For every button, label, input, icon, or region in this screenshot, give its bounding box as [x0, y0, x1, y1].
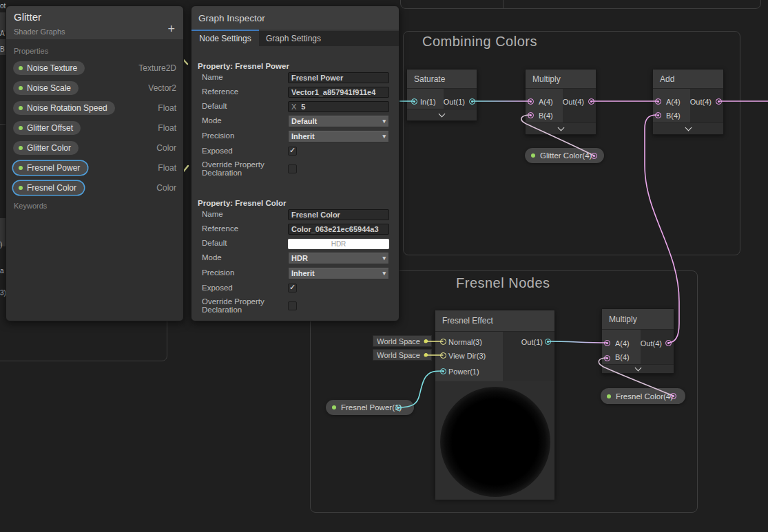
chevron-down-icon: ▾	[382, 253, 386, 264]
property-pill-noise-rotation-speed[interactable]: Noise Rotation Speed	[13, 101, 115, 115]
clipped-port-label: A	[0, 30, 5, 37]
port-fresnel-power-in[interactable]	[440, 368, 446, 374]
property-pill-fresnel-color[interactable]: Fresnel Color	[13, 181, 84, 195]
node-collapse-toggle[interactable]	[602, 364, 674, 373]
node-multiply-top[interactable]: Multiply A(4) B(4) Out(4)	[525, 69, 596, 135]
node-fresnel-effect[interactable]: Fresnel Effect Normal(3) View Dir(3) Pow…	[435, 310, 555, 499]
exposed-dot-icon	[19, 66, 23, 70]
group-title-combining-colors[interactable]: Combining Colors	[422, 34, 537, 50]
port-multiply-top-out[interactable]	[588, 98, 594, 105]
keywords-section-label: Keywords	[14, 202, 47, 210]
property-pill-glitter-color[interactable]: Glitter Color	[13, 141, 79, 155]
port-multiply-bottom-out[interactable]	[665, 340, 672, 346]
property-type-label: Texture2D	[138, 63, 176, 73]
node-title-fresnel-effect[interactable]: Fresnel Effect	[435, 310, 554, 332]
port-multiply-bottom-b[interactable]	[604, 355, 610, 361]
pill-label: Glitter Color(4)	[540, 151, 592, 160]
exposed-checkbox[interactable]	[288, 284, 297, 292]
port-fresnel-out[interactable]	[545, 339, 551, 345]
world-space-dropdown[interactable]: World Space	[373, 349, 432, 361]
blackboard-header[interactable]: Glitter Shader Graphs +	[6, 6, 183, 39]
port-saturate-in[interactable]	[411, 98, 417, 105]
row-label-override: Override Property Declaration	[202, 160, 281, 177]
precision-dropdown[interactable]: Inherit▾	[288, 131, 389, 142]
exposed-dot-icon	[19, 126, 23, 130]
port-multiply-top-b[interactable]	[528, 112, 534, 118]
chevron-down-icon: ▾	[382, 131, 386, 142]
property-pill-noise-texture[interactable]: Noise Texture	[13, 61, 85, 75]
properties-section-label: Properties	[14, 47, 48, 55]
node-title-multiply[interactable]: Multiply	[526, 70, 596, 89]
property-type-label: Float	[158, 163, 176, 173]
node-collapse-toggle[interactable]	[653, 123, 723, 134]
name-field[interactable]: Fresnel Color	[288, 209, 389, 220]
reference-field[interactable]: Vector1_a857941f911e4	[288, 87, 389, 98]
node-saturate[interactable]: Saturate In(1) Out(1)	[406, 69, 477, 121]
name-field[interactable]: Fresnel Power	[288, 72, 389, 83]
node-collapse-toggle[interactable]	[526, 123, 596, 134]
chevron-down-icon	[634, 365, 641, 372]
precision-dropdown[interactable]: Inherit▾	[288, 268, 389, 279]
node-title-saturate[interactable]: Saturate	[407, 70, 477, 89]
port-add-a[interactable]	[655, 98, 661, 105]
port-multiply-bottom-a[interactable]	[604, 340, 610, 346]
shader-title[interactable]: Glitter	[14, 11, 41, 23]
active-tab-indicator	[191, 30, 259, 32]
inspector-title: Graph Inspector	[198, 13, 265, 23]
port-fresnel-view-dir[interactable]	[440, 352, 446, 359]
tab-graph-settings[interactable]: Graph Settings	[266, 31, 328, 46]
chevron-down-icon	[685, 125, 692, 131]
mode-dropdown[interactable]: HDR▾	[288, 253, 389, 264]
port-add-b[interactable]	[655, 112, 661, 118]
port-fresnel-normal[interactable]	[440, 339, 446, 345]
group-offscreen-top	[400, 0, 761, 9]
node-collapse-toggle[interactable]	[407, 109, 477, 120]
row-label-exposed: Exposed	[202, 147, 392, 155]
port-add-out[interactable]	[716, 98, 722, 105]
chevron-down-icon	[439, 111, 446, 118]
property-pill-noise-scale[interactable]: Noise Scale	[13, 81, 79, 95]
shader-graph-canvas[interactable]: ot A B ) a 3) Combining Colors Fresnel N…	[0, 0, 768, 532]
property-pill-glitter-offset[interactable]: Glitter Offset	[13, 121, 81, 135]
node-add[interactable]: Add A(4) B(4) Out(4)	[652, 69, 724, 135]
port-multiply-top-a[interactable]	[528, 98, 534, 105]
tab-node-settings[interactable]: Node Settings	[191, 31, 259, 46]
exposed-dot-icon	[607, 394, 611, 398]
group-title-fresnel-nodes[interactable]: Fresnel Nodes	[456, 275, 550, 291]
group-combining-colors[interactable]	[403, 31, 740, 255]
port-fresnel-power-pill-out[interactable]	[395, 405, 402, 411]
inspector-header[interactable]: Graph Inspector	[191, 6, 399, 30]
node-multiply-bottom[interactable]: Multiply A(4) B(4) Out(4)	[601, 308, 674, 374]
default-value-field[interactable]: X5	[288, 101, 389, 112]
clipped-port-label: B	[0, 45, 5, 53]
mode-dropdown[interactable]: Default▾	[288, 116, 389, 127]
override-checkbox[interactable]	[288, 301, 297, 310]
pill-label: Fresnel Power(1)	[341, 403, 402, 412]
exposed-dot-icon	[19, 106, 23, 110]
exposed-dot-icon	[19, 86, 23, 90]
world-space-dropdown[interactable]: World Space	[373, 335, 432, 347]
override-checkbox[interactable]	[288, 164, 297, 173]
vector3-default-dot-icon	[424, 339, 428, 343]
exposed-dot-icon	[531, 153, 535, 158]
exposed-checkbox[interactable]	[288, 147, 297, 156]
reference-field[interactable]: Color_063e21ec65944a3	[288, 224, 389, 235]
blackboard-panel[interactable]: Glitter Shader Graphs + Properties Noise…	[6, 6, 184, 321]
property-type-label: Color	[156, 183, 176, 193]
chevron-down-icon	[557, 125, 564, 131]
port-saturate-out[interactable]	[469, 98, 475, 105]
port-fresnel-color-pill-out[interactable]	[670, 393, 676, 399]
property-type-label: Color	[156, 143, 176, 153]
exposed-dot-icon	[19, 146, 23, 150]
node-title-add[interactable]: Add	[653, 70, 723, 89]
fresnel-sphere-preview	[440, 387, 550, 497]
shader-subtitle: Shader Graphs	[14, 28, 65, 36]
port-glitter-color-out[interactable]	[591, 153, 597, 159]
property-pill-fresnel-power[interactable]: Fresnel Power	[13, 161, 87, 175]
node-preview	[435, 381, 554, 500]
default-color-swatch[interactable]: HDR	[288, 239, 389, 249]
node-title-multiply[interactable]: Multiply	[602, 309, 674, 330]
graph-inspector-panel[interactable]: Graph Inspector Node Settings Graph Sett…	[191, 6, 399, 321]
property-type-label: Float	[158, 123, 176, 133]
add-property-button[interactable]: +	[167, 23, 175, 35]
